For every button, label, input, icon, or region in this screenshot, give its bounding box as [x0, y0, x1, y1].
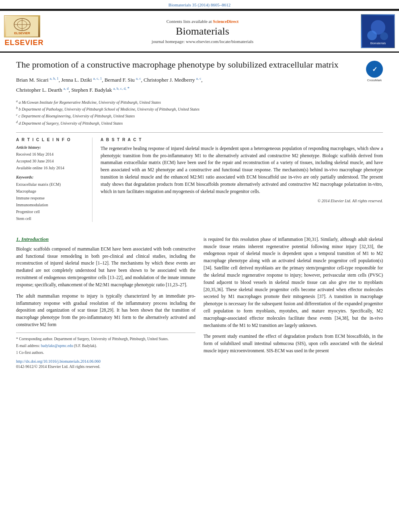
intro-paragraph-1: Biologic scaffolds composed of mammalian… — [16, 246, 195, 289]
elsevier-logo: ELSEVIER ELSEVIER — [4, 15, 44, 47]
body-section: 1. Introduction Biologic scaffolds compo… — [0, 236, 399, 377]
affiliations: a a McGowan Institute for Regenerative M… — [16, 99, 383, 127]
intro-paragraph-2: The adult mammalian response to injury i… — [16, 293, 195, 329]
main-content: ✓ CrossMark The promotion of a construct… — [0, 53, 399, 236]
available-date: Available online 16 July 2014 — [16, 165, 86, 171]
abstract-heading: A B S T R A C T — [101, 138, 383, 142]
affiliation-a: a a McGowan Institute for Regenerative M… — [16, 99, 383, 106]
accepted-date: Accepted 30 June 2014 — [16, 158, 86, 164]
article-title: The promotion of a constructive macropha… — [16, 59, 383, 71]
affiliation-d: d d Department of Surgery, University of… — [16, 120, 383, 127]
keyword-1: Extracellular matrix (ECM) — [16, 181, 86, 188]
doi-text[interactable]: http://dx.doi.org/10.1016/j.biomaterials… — [16, 359, 101, 364]
affiliation-c: c c Department of Bioengineering, Univer… — [16, 113, 383, 119]
citation-text: Biomaterials 35 (2014) 8605–8612 — [169, 2, 230, 7]
svg-text:Biomaterials: Biomaterials — [370, 42, 386, 45]
authors-line: Brian M. Sicari a, b, 1, Jenna L. Dziki … — [16, 76, 383, 95]
abstract-text: The regenerative healing response of inj… — [101, 145, 383, 195]
elsevier-brand: ELSEVIER — [4, 39, 44, 47]
keyword-6: Stem cell — [16, 215, 86, 222]
two-column-layout: A R T I C L E I N F O Article history: R… — [16, 138, 383, 222]
article-history-label: Article history: — [16, 145, 86, 150]
top-citation-bar: Biomaterials 35 (2014) 8605–8612 — [0, 0, 399, 9]
received-date: Received 16 May 2014 — [16, 151, 86, 157]
contents-line: Contents lists available at ScienceDirec… — [48, 19, 357, 24]
footnote-cofirst: 1 Co-first authors. — [16, 350, 195, 355]
keyword-2: Macrophage — [16, 188, 86, 195]
copyright-text: © 2014 Elsevier Ltd. All rights reserved… — [101, 199, 383, 203]
keywords-label: Keywords: — [16, 175, 86, 179]
keyword-5: Progenitor cell — [16, 208, 86, 215]
journal-title-header: Biomaterials — [48, 25, 357, 37]
journal-header: ELSEVIER ELSEVIER Contents lists availab… — [0, 9, 399, 53]
crossmark-label: CrossMark — [366, 78, 383, 82]
svg-point-9 — [380, 32, 388, 40]
keyword-3: Immune response — [16, 195, 86, 201]
journal-homepage: journal homepage: www.elsevier.com/locat… — [48, 39, 357, 44]
email-link[interactable]: badylaks@upmc.edu — [41, 344, 73, 348]
footnote-corresponding: * Corresponding author. Department of Su… — [16, 336, 195, 342]
journal-center-info: Contents lists available at ScienceDirec… — [48, 19, 357, 44]
biomaterials-thumbnail: Biomaterials — [361, 14, 395, 48]
crossmark-icon: ✓ — [372, 66, 377, 73]
science-direct-link[interactable]: ScienceDirect — [213, 19, 239, 24]
svg-text:ELSEVIER: ELSEVIER — [14, 31, 30, 35]
issn-line: 0142-9612/© 2014 Elsevier Ltd. All right… — [16, 364, 195, 369]
body-right-column: is required for this resolution phase of… — [204, 236, 383, 369]
keywords-list: Extracellular matrix (ECM) Macrophage Im… — [16, 181, 86, 222]
footnote-email: E-mail address: badylaks@upmc.edu (S.F. … — [16, 343, 195, 349]
affiliation-b: b b Department of Pathology, University … — [16, 106, 383, 113]
right-paragraph-1: is required for this resolution phase of… — [204, 236, 383, 329]
svg-point-8 — [367, 31, 377, 40]
elsevier-image: ELSEVIER — [4, 15, 40, 37]
doi-line[interactable]: http://dx.doi.org/10.1016/j.biomaterials… — [16, 359, 195, 364]
body-left-column: 1. Introduction Biologic scaffolds compo… — [16, 236, 195, 369]
keyword-4: Immunomodulation — [16, 201, 86, 208]
introduction-heading: 1. Introduction — [16, 236, 195, 242]
crossmark-wrap: ✓ CrossMark — [366, 61, 383, 82]
right-paragraph-2: The present study examined the effect of… — [204, 333, 383, 354]
abstract-panel: A B S T R A C T The regenerative healing… — [101, 138, 383, 222]
divider-1 — [16, 132, 383, 133]
footnote-section: * Corresponding author. Department of Su… — [16, 333, 195, 356]
article-info-heading: A R T I C L E I N F O — [16, 138, 86, 142]
article-info-panel: A R T I C L E I N F O Article history: R… — [16, 138, 93, 222]
crossmark-circle: ✓ — [366, 61, 383, 78]
